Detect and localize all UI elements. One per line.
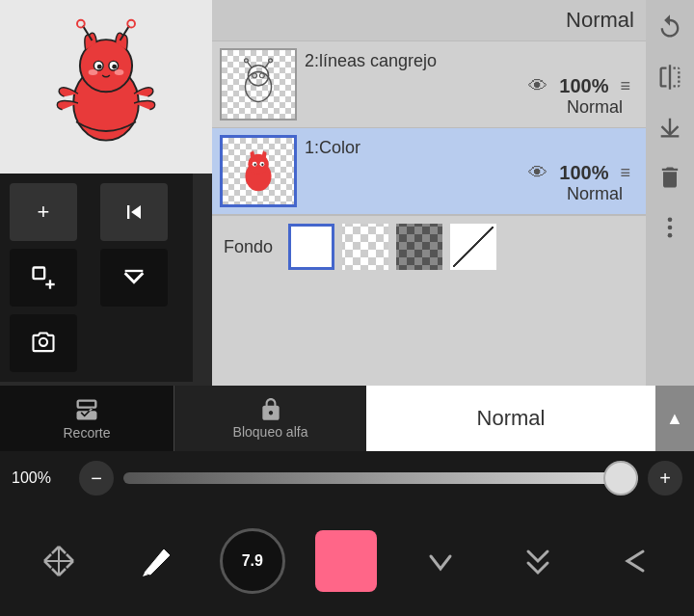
layers-panel: Normal 2:líneas cangrejo 👁 100% ≡: [212, 0, 646, 386]
alpha-lock-label: Bloqueo alfa: [233, 424, 308, 440]
delete-layer-button[interactable]: [651, 158, 689, 197]
layer-row-2[interactable]: 2:líneas cangrejo 👁 100% ≡ Normal: [212, 41, 646, 128]
transform-tool-button[interactable]: [25, 527, 93, 595]
opacity-value: 100%: [12, 469, 69, 487]
svg-line-19: [247, 61, 252, 67]
right-panel: [646, 0, 694, 386]
add-sublayer-button[interactable]: [10, 249, 77, 307]
color-swatch-button[interactable]: [315, 530, 377, 592]
bottom-toolbar: 7.9: [0, 505, 694, 616]
recorte-label: Recorte: [63, 425, 110, 441]
layer-row-1[interactable]: 1:Color 👁 100% ≡ Normal: [212, 128, 646, 215]
svg-point-23: [253, 72, 257, 77]
svg-point-5: [127, 20, 135, 28]
svg-point-33: [668, 226, 673, 230]
canvas-preview-area: [0, 0, 212, 174]
svg-point-22: [269, 58, 273, 62]
svg-line-21: [265, 61, 270, 67]
svg-point-3: [77, 20, 85, 28]
layer-1-info: 1:Color 👁 100% ≡ Normal: [297, 138, 638, 204]
flip-button[interactable]: [651, 58, 689, 96]
svg-point-10: [89, 69, 98, 75]
bg-white-option[interactable]: [288, 224, 334, 270]
camera-button[interactable]: [10, 314, 77, 372]
opacity-decrease-button[interactable]: −: [79, 461, 114, 495]
opacity-slider-track[interactable]: [123, 472, 638, 484]
svg-rect-12: [34, 268, 45, 280]
opacity-slider-thumb[interactable]: [603, 461, 638, 495]
svg-point-8: [97, 65, 102, 69]
svg-point-30: [261, 163, 263, 165]
blend-mode-selector[interactable]: Normal: [366, 386, 655, 451]
scroll-down-button[interactable]: [407, 527, 474, 595]
blend-top-indicator: Normal: [212, 0, 646, 41]
layer-2-menu-icon[interactable]: ≡: [620, 76, 630, 96]
add-layer-button[interactable]: +: [10, 183, 77, 241]
brush-tool-button[interactable]: [122, 527, 190, 595]
more-options-button[interactable]: [651, 208, 689, 247]
blend-mode-bar: Recorte Bloqueo alfa Normal ▲: [0, 386, 694, 451]
move-down-button[interactable]: [651, 108, 689, 147]
scroll-bottom-button[interactable]: [504, 527, 572, 595]
svg-point-32: [668, 218, 673, 223]
svg-point-24: [259, 72, 264, 77]
recorte-button[interactable]: Recorte: [0, 386, 174, 451]
layer-2-controls: 👁 100% ≡: [528, 75, 630, 97]
svg-point-20: [245, 58, 249, 62]
svg-point-9: [112, 65, 117, 69]
bg-checker-option[interactable]: [342, 224, 388, 270]
svg-point-17: [245, 71, 271, 101]
brush-size-indicator[interactable]: 7.9: [220, 528, 285, 594]
skip-back-button[interactable]: [100, 183, 168, 241]
svg-point-34: [668, 233, 673, 238]
svg-point-29: [254, 163, 255, 165]
layer-1-thumbnail: [220, 135, 297, 207]
collapse-button[interactable]: [100, 249, 168, 307]
svg-point-16: [40, 338, 47, 346]
back-button[interactable]: [601, 527, 669, 595]
layer-2-thumbnail: [220, 48, 297, 121]
bg-slash-option[interactable]: [450, 224, 496, 270]
opacity-increase-button[interactable]: +: [648, 461, 682, 495]
opacity-bar: 100% − +: [0, 451, 694, 505]
left-toolbar: +: [0, 174, 193, 382]
layer-1-eye-icon[interactable]: 👁: [528, 162, 547, 184]
layer-1-menu-icon[interactable]: ≡: [620, 163, 630, 183]
undo-button[interactable]: [651, 8, 689, 46]
alpha-lock-button[interactable]: Bloqueo alfa: [174, 386, 366, 451]
blend-arrow-button[interactable]: ▲: [655, 386, 694, 451]
layer-1-controls: 👁 100% ≡: [528, 162, 630, 184]
bg-dark-option[interactable]: [396, 224, 442, 270]
layer-2-eye-icon[interactable]: 👁: [528, 75, 547, 97]
canvas-artwork: [29, 14, 183, 159]
background-row: Fondo: [212, 215, 646, 278]
svg-point-11: [115, 69, 124, 75]
layer-2-info: 2:líneas cangrejo 👁 100% ≡ Normal: [297, 51, 638, 118]
